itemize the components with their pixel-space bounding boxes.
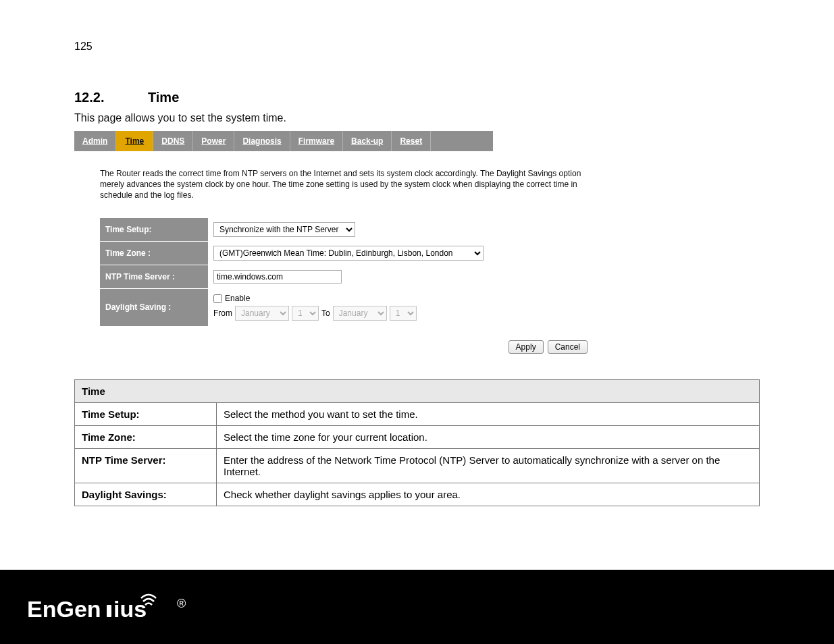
desc-row-text: Select the time zone for your current lo…: [217, 425, 760, 448]
row-label-ntp-server: NTP Time Server :: [100, 265, 208, 288]
svg-text:EnGen: EnGen: [27, 596, 101, 622]
daylight-enable-label: Enable: [225, 294, 250, 303]
page-number: 125: [74, 41, 760, 53]
time-setup-select[interactable]: Synchronize with the NTP Server: [213, 222, 355, 237]
footer: EnGen ius ®: [0, 570, 834, 644]
tab-admin[interactable]: Admin: [74, 131, 116, 151]
row-label-time-setup: Time Setup:: [100, 218, 208, 242]
svg-text:ius: ius: [113, 596, 147, 622]
desc-row-label: Time Setup:: [75, 402, 217, 425]
tab-firmware[interactable]: Firmware: [290, 131, 343, 151]
tab-ddns[interactable]: DDNS: [153, 131, 193, 151]
button-row: Apply Cancel: [169, 340, 588, 354]
row-label-time-zone: Time Zone :: [100, 241, 208, 265]
ntp-server-input[interactable]: [213, 270, 342, 284]
section-heading: 12.2. Time: [74, 90, 760, 105]
section-number: 12.2.: [74, 90, 104, 105]
section-title: Time: [148, 90, 179, 105]
tab-reset[interactable]: Reset: [392, 131, 431, 151]
section-intro: This page allows you to set the system t…: [74, 112, 760, 124]
brand-logo: EnGen ius ®: [27, 589, 196, 626]
tab-power[interactable]: Power: [193, 131, 234, 151]
daylight-to-day[interactable]: 1: [390, 306, 417, 321]
description-table: Time Time Setup: Select the method you w…: [74, 379, 760, 506]
desc-row-text: Enter the address of the Network Time Pr…: [217, 448, 760, 483]
desc-table-header: Time: [75, 379, 760, 402]
explain-text: The Router reads the correct time from N…: [100, 168, 600, 201]
desc-row-text: Select the method you want to set the ti…: [217, 402, 760, 425]
daylight-from-day[interactable]: 1: [292, 306, 319, 321]
desc-row-label: Daylight Savings:: [75, 483, 217, 506]
daylight-to-label: To: [321, 308, 330, 318]
apply-button[interactable]: Apply: [509, 340, 544, 354]
daylight-to-month[interactable]: January: [333, 306, 387, 321]
settings-table: Time Setup: Synchronize with the NTP Ser…: [100, 218, 588, 327]
cancel-button[interactable]: Cancel: [548, 340, 588, 354]
tab-time[interactable]: Time: [116, 131, 153, 151]
time-zone-select[interactable]: (GMT)Greenwich Mean Time: Dublin, Edinbu…: [213, 246, 484, 261]
row-label-daylight: Daylight Saving :: [100, 288, 208, 326]
desc-row-label: Time Zone:: [75, 425, 217, 448]
daylight-from-label: From: [213, 308, 232, 318]
svg-text:®: ®: [177, 597, 186, 610]
daylight-enable-checkbox[interactable]: [213, 294, 222, 303]
tab-back-up[interactable]: Back-up: [343, 131, 392, 151]
svg-rect-3: [107, 605, 111, 617]
daylight-from-month[interactable]: January: [235, 306, 289, 321]
desc-row-label: NTP Time Server:: [75, 448, 217, 483]
tabbar: Admin Time DDNS Power Diagnosis Firmware…: [74, 131, 493, 151]
desc-row-text: Check whether daylight savings applies t…: [217, 483, 760, 506]
tab-diagnosis[interactable]: Diagnosis: [234, 131, 290, 151]
